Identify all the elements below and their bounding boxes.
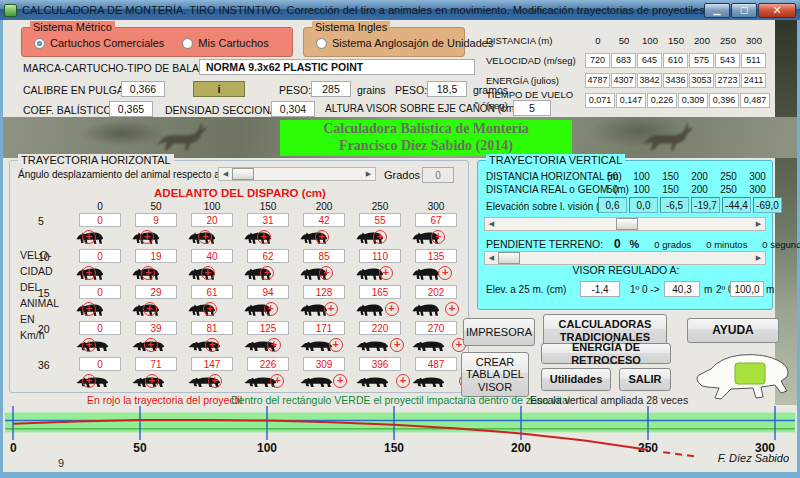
lead-value-box[interactable]: 39 — [135, 321, 177, 335]
ballistics-value[interactable]: 610 — [663, 53, 688, 68]
lead-value-box[interactable]: 42 — [303, 213, 345, 227]
lead-value-box[interactable]: 270 — [415, 321, 457, 335]
radio-option[interactable]: Sistema Anglosajón de Unidades — [316, 37, 493, 49]
lead-value-box[interactable]: 135 — [415, 249, 457, 263]
ballistics-value[interactable]: 511 — [741, 53, 766, 68]
ballistics-value[interactable]: 3436 — [663, 73, 688, 88]
grados-field[interactable]: 0 — [422, 167, 454, 183]
elev25-field[interactable]: -1,4 — [580, 281, 620, 297]
lead-value-box[interactable]: 61 — [191, 285, 233, 299]
lead-value-box[interactable]: 110 — [359, 249, 401, 263]
scrollbar-thumb[interactable] — [498, 252, 520, 264]
lead-value-box[interactable]: 67 — [415, 213, 457, 227]
cero1-field[interactable]: 40,3 — [664, 281, 700, 297]
lead-value-box[interactable]: 0 — [79, 321, 121, 335]
lead-value-box[interactable]: 94 — [247, 285, 289, 299]
ayuda-button[interactable]: AYUDA — [687, 318, 779, 343]
ballistics-value[interactable]: 0,309 — [678, 93, 708, 108]
lead-value-box[interactable]: 171 — [303, 321, 345, 335]
scroll-right-icon[interactable]: ▶ — [752, 218, 765, 230]
close-button[interactable]: ✕ — [758, 3, 796, 18]
elevation-value-box[interactable]: -69,0 — [753, 197, 782, 213]
lead-value-box[interactable]: 202 — [415, 285, 457, 299]
ballistics-value[interactable]: 720 — [585, 53, 610, 68]
lead-value-box[interactable]: 20 — [191, 213, 233, 227]
altura-visor-field[interactable]: 5 — [513, 100, 551, 116]
scrollbar-thumb[interactable] — [232, 168, 254, 180]
ballistics-value[interactable]: 543 — [715, 53, 740, 68]
ballistics-value[interactable]: 575 — [689, 53, 714, 68]
coef-field[interactable]: 0,365 — [109, 101, 153, 117]
lead-value-box[interactable]: 396 — [359, 357, 401, 371]
radio-icon[interactable] — [316, 38, 327, 49]
lead-value-box[interactable]: 147 — [191, 357, 233, 371]
radio-icon[interactable] — [182, 38, 193, 49]
lead-value-box[interactable]: 165 — [359, 285, 401, 299]
maximize-button[interactable]: ▢ — [731, 3, 757, 18]
lead-value-box[interactable]: 62 — [247, 249, 289, 263]
salir-button[interactable]: SALIR — [619, 368, 671, 391]
lead-value-box[interactable]: 81 — [191, 321, 233, 335]
lead-value-box[interactable]: 0 — [79, 285, 121, 299]
lead-value-box[interactable]: 55 — [359, 213, 401, 227]
lead-value-box[interactable]: 125 — [247, 321, 289, 335]
radio-option[interactable]: Mis Cartuchos — [182, 37, 268, 49]
lead-value-box[interactable]: 0 — [79, 249, 121, 263]
radio-option[interactable]: Cartuchos Comerciales — [34, 37, 164, 49]
ballistics-value[interactable]: 2411 — [741, 73, 766, 88]
scroll-left-icon[interactable]: ◀ — [219, 168, 232, 180]
scroll-left-icon[interactable]: ◀ — [485, 218, 498, 230]
elevation-scrollbar[interactable]: ◀ ▶ — [484, 217, 766, 231]
lead-value-box[interactable]: 128 — [303, 285, 345, 299]
cero2-field[interactable]: 100,0 — [730, 281, 764, 297]
peso-gramos-field[interactable]: 18,5 — [427, 81, 467, 97]
elevation-value-box[interactable]: -44,4 — [722, 197, 751, 213]
crear-tabla-visor-button[interactable]: CREAR TABLA DEL VISOR — [461, 352, 529, 397]
utilidades-button[interactable]: Utilidades — [541, 368, 611, 391]
scroll-right-icon[interactable]: ▶ — [752, 252, 765, 264]
elevation-value-box[interactable]: 0,0 — [629, 197, 658, 213]
angle-scrollbar[interactable]: ◀ ▶ — [218, 167, 376, 181]
lead-value-box[interactable]: 85 — [303, 249, 345, 263]
calibre-field[interactable]: 0,366 — [121, 81, 165, 97]
ballistics-value[interactable]: 3842 — [637, 73, 662, 88]
scroll-right-icon[interactable]: ▶ — [362, 168, 375, 180]
lead-value-box[interactable]: 487 — [415, 357, 457, 371]
lead-value-box[interactable]: 71 — [135, 357, 177, 371]
impresora-button[interactable]: IMPRESORA — [463, 318, 535, 346]
densidad-field[interactable]: 0,304 — [271, 101, 315, 117]
elevation-value-box[interactable]: -6,5 — [660, 197, 689, 213]
lead-value-box[interactable]: 19 — [135, 249, 177, 263]
pendiente-scrollbar[interactable]: ◀ ▶ — [484, 251, 766, 265]
scroll-left-icon[interactable]: ◀ — [485, 252, 498, 264]
ballistics-value[interactable]: 0,487 — [740, 93, 770, 108]
scrollbar-thumb[interactable] — [616, 218, 638, 230]
lead-value-box[interactable]: 31 — [247, 213, 289, 227]
lead-value-box[interactable]: 9 — [135, 213, 177, 227]
ballistics-value[interactable]: 0,226 — [647, 93, 677, 108]
ballistics-value[interactable]: 4307 — [611, 73, 636, 88]
lead-value-box[interactable]: 40 — [191, 249, 233, 263]
minimize-button[interactable]: ▁ — [704, 3, 730, 18]
ballistics-value[interactable]: 4787 — [585, 73, 610, 88]
marca-field[interactable]: NORMA 9.3x62 PLASTIC POINT — [199, 59, 475, 75]
ballistics-value[interactable]: 0,071 — [585, 93, 615, 108]
ballistics-value[interactable]: 645 — [637, 53, 662, 68]
ballistics-value[interactable]: 2723 — [715, 73, 740, 88]
elevation-value-box[interactable]: 0,6 — [598, 197, 627, 213]
lead-value-box[interactable]: 220 — [359, 321, 401, 335]
energia-retroceso-button[interactable]: ENERGÍA DE RETROCESO — [541, 343, 671, 364]
ballistics-value[interactable]: 0,396 — [709, 93, 739, 108]
lead-value-box[interactable]: 226 — [247, 357, 289, 371]
ballistics-value[interactable]: 0,147 — [616, 93, 646, 108]
ballistics-value[interactable]: 683 — [611, 53, 636, 68]
radio-icon[interactable] — [34, 38, 45, 49]
lead-value-box[interactable]: 29 — [135, 285, 177, 299]
elevation-value-box[interactable]: -19,7 — [691, 197, 720, 213]
lead-value-box[interactable]: 0 — [79, 213, 121, 227]
lead-value-box[interactable]: 309 — [303, 357, 345, 371]
lead-value-box[interactable]: 0 — [79, 357, 121, 371]
ballistics-value[interactable]: 3053 — [689, 73, 714, 88]
peso-grains-field[interactable]: 285 — [311, 81, 351, 97]
info-button[interactable]: i — [193, 81, 245, 97]
